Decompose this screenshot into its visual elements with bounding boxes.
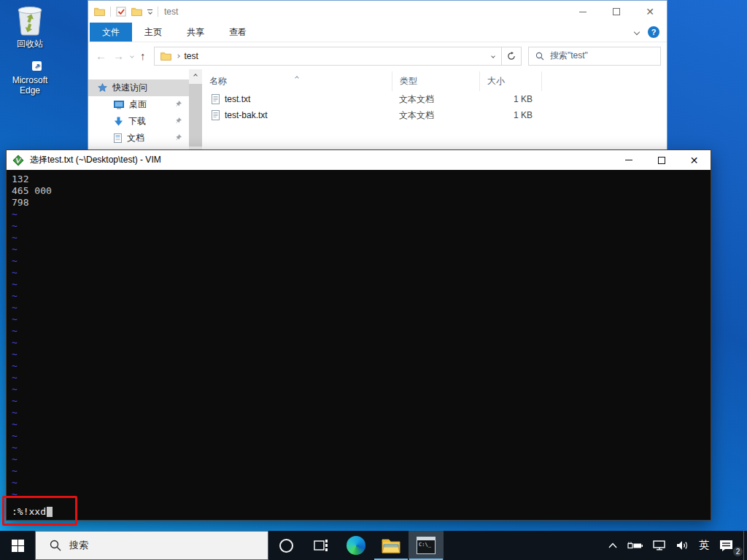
- refresh-icon[interactable]: [501, 47, 521, 65]
- vim-buffer[interactable]: 132 465 000 798 ~~~~~~~~~~~~~~~~~~~~~~~~…: [7, 170, 711, 520]
- ime-language-indicator[interactable]: 英: [694, 531, 714, 560]
- ribbon-tabs: 文件 主页 共享 查看 ?: [88, 23, 667, 42]
- desktop-icon-recycle-bin[interactable]: 回收站: [1, 4, 58, 50]
- text-file-icon: [212, 94, 220, 104]
- minimize-button[interactable]: [612, 150, 645, 170]
- vim-window-controls: ✕: [612, 150, 711, 170]
- desktop-icon-microsoft-edge[interactable]: ↗ Microsoft Edge: [1, 73, 58, 96]
- file-row-test-bak-txt[interactable]: test-bak.txt 文本文档 1 KB: [202, 107, 667, 123]
- tray-expand-chevron-icon[interactable]: [603, 531, 622, 560]
- window-controls: ✕: [566, 1, 667, 23]
- minimize-button[interactable]: [566, 1, 600, 23]
- vim-buffer-line: 798: [12, 197, 711, 209]
- ribbon-expand-chevron-icon[interactable]: [634, 29, 640, 35]
- maximize-button[interactable]: [645, 150, 678, 170]
- vim-tilde-line: ~: [12, 267, 711, 279]
- column-header-name[interactable]: 名称: [202, 71, 392, 91]
- file-type: 文本文档: [392, 109, 479, 122]
- vim-tilde-line: ~: [12, 465, 711, 477]
- search-text: 搜索"test": [550, 50, 588, 62]
- column-headers: 名称 类型 大小: [202, 71, 667, 91]
- taskbar: 搜索 C:\_ 英 2: [0, 531, 747, 560]
- qat-customize-chevron-icon[interactable]: [147, 9, 152, 14]
- vim-tilde-line: ~: [12, 454, 711, 465]
- taskbar-search-input[interactable]: 搜索: [35, 531, 268, 560]
- edge-icon: [347, 536, 365, 555]
- tab-home[interactable]: 主页: [132, 23, 174, 42]
- volume-icon[interactable]: [671, 531, 694, 560]
- close-button[interactable]: ✕: [678, 150, 711, 170]
- column-header-type[interactable]: 类型: [392, 71, 479, 91]
- vim-tilde-line: ~: [12, 430, 711, 442]
- help-icon[interactable]: ?: [648, 26, 659, 38]
- file-explorer-taskbar-button[interactable]: [374, 531, 409, 560]
- file-size: 1 KB: [479, 94, 541, 104]
- close-button[interactable]: ✕: [633, 1, 667, 23]
- task-view-button[interactable]: [303, 531, 338, 560]
- sidebar-item-documents[interactable]: 文档: [88, 130, 189, 147]
- file-name: test.txt: [225, 94, 250, 104]
- vim-icon: [12, 155, 24, 166]
- history-chevron-icon[interactable]: [130, 54, 134, 58]
- sidebar-item-downloads[interactable]: 下载: [88, 113, 189, 130]
- download-arrow-icon: [114, 117, 123, 126]
- breadcrumb-chevron-icon: [176, 54, 180, 58]
- sidebar-item-label: 快速访问: [112, 82, 147, 94]
- explorer-search-input[interactable]: 搜索"test": [528, 47, 661, 66]
- vim-tilde-line: ~: [12, 395, 711, 407]
- vim-tilde-line: ~: [12, 302, 711, 314]
- text-file-icon: [212, 110, 220, 120]
- sidebar-item-quick-access[interactable]: 快速访问: [88, 79, 189, 96]
- up-icon[interactable]: ↑: [140, 50, 146, 62]
- vim-tilde-line: ~: [12, 220, 711, 232]
- vim-tilde-line: ~: [12, 314, 711, 325]
- address-bar[interactable]: test: [154, 47, 522, 66]
- network-icon[interactable]: [648, 531, 671, 560]
- forward-icon[interactable]: →: [113, 50, 124, 62]
- vim-tilde-line: ~: [12, 489, 711, 500]
- window-title: test: [164, 7, 178, 17]
- terminal-taskbar-button[interactable]: C:\_: [409, 531, 444, 560]
- folder-icon: [160, 52, 171, 61]
- scrollbar-thumb[interactable]: [189, 84, 202, 147]
- checkmark-icon[interactable]: [116, 7, 126, 17]
- file-explorer-icon: [382, 537, 400, 553]
- vim-tilde-line: ~: [12, 407, 711, 419]
- task-view-icon: [314, 539, 328, 552]
- maximize-button[interactable]: [600, 1, 633, 23]
- vim-tilde-line: ~: [12, 372, 711, 384]
- quick-access-toolbar: [88, 7, 158, 17]
- folder-icon[interactable]: [94, 7, 105, 16]
- breadcrumb-folder[interactable]: test: [185, 51, 198, 61]
- system-tray: 英 2: [603, 531, 747, 560]
- file-row-test-txt[interactable]: test.txt 文本文档 1 KB: [202, 91, 667, 107]
- sidebar-item-label: 桌面: [129, 98, 147, 111]
- sidebar-item-label: 文档: [127, 132, 144, 144]
- tab-file[interactable]: 文件: [90, 23, 132, 42]
- action-center-button[interactable]: 2: [714, 531, 743, 560]
- shortcut-arrow-icon: ↗: [32, 61, 42, 71]
- folder-icon[interactable]: [131, 7, 142, 16]
- back-icon[interactable]: ←: [96, 50, 107, 62]
- edge-taskbar-button[interactable]: [338, 531, 374, 560]
- vim-window-title: 选择test.txt (~\Desktop\test) - VIM: [30, 154, 161, 166]
- tab-share[interactable]: 共享: [174, 23, 217, 42]
- vim-tilde-line: ~: [12, 279, 711, 290]
- desktop-monitor-icon: [114, 101, 124, 109]
- vim-tilde-line: ~: [12, 349, 711, 360]
- power-battery-icon[interactable]: [622, 531, 648, 560]
- recycle-bin-icon: [15, 4, 45, 36]
- desktop-icon-label: Microsoft Edge: [1, 75, 58, 96]
- address-dropdown-chevron-icon[interactable]: [485, 47, 501, 65]
- separator: [110, 7, 111, 17]
- column-header-size[interactable]: 大小: [479, 71, 541, 91]
- tab-view[interactable]: 查看: [217, 23, 259, 42]
- show-desktop-button[interactable]: [743, 531, 747, 560]
- scrollbar-up-icon[interactable]: [189, 69, 202, 82]
- windows-logo-icon: [12, 540, 24, 552]
- sidebar-item-desktop[interactable]: 桌面: [88, 96, 189, 113]
- separator: [158, 7, 158, 17]
- vim-tilde-line: ~: [12, 232, 711, 244]
- start-button[interactable]: [0, 531, 35, 560]
- cortana-button[interactable]: [268, 531, 303, 560]
